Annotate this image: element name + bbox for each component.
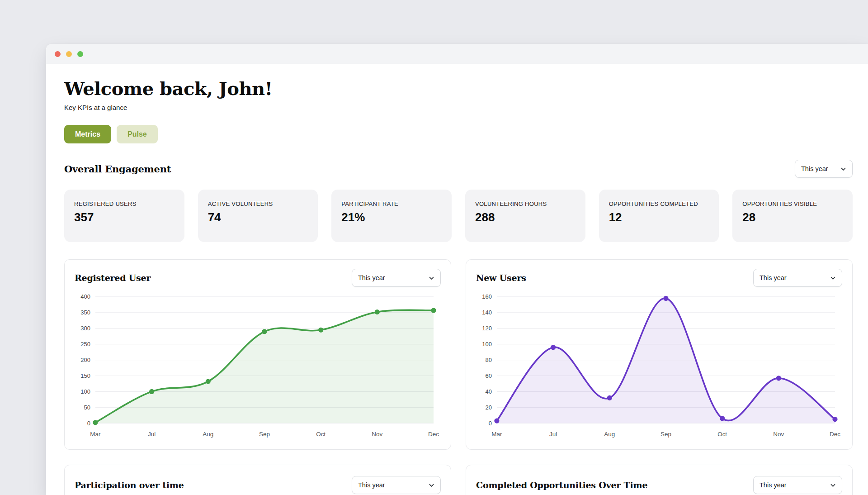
svg-text:150: 150 (80, 372, 90, 379)
kpi-value: 357 (74, 210, 175, 224)
kpi-label: OPPORTUNITIES VISIBLE (742, 200, 843, 207)
kpi-label: VOLUNTEERING HOURS (475, 200, 576, 207)
kpi-card-participant-rate: PARTICIPANT RATE 21% (331, 190, 452, 242)
svg-text:350: 350 (80, 309, 90, 316)
svg-text:400: 400 (80, 293, 90, 300)
svg-text:Jul: Jul (148, 431, 156, 438)
new-users-chart-title: New Users (476, 273, 526, 283)
svg-text:Dec: Dec (830, 431, 840, 438)
svg-text:Mar: Mar (90, 431, 101, 438)
completed-opportunities-card: Completed Opportunities Over Time This y… (466, 465, 853, 495)
traffic-light-minimize-icon[interactable] (66, 51, 72, 57)
kpi-card-opportunities-visible: OPPORTUNITIES VISIBLE 28 (732, 190, 853, 242)
registered-user-chart-card: Registered User This year 05010015020025… (64, 259, 451, 450)
chevron-down-icon (830, 482, 836, 488)
engagement-section-title: Overall Engagement (64, 163, 171, 175)
kpi-card-opportunities-completed: OPPORTUNITIES COMPLETED 12 (599, 190, 719, 242)
svg-text:Oct: Oct (717, 431, 727, 438)
engagement-period-value: This year (801, 165, 828, 172)
svg-text:Jul: Jul (549, 431, 557, 438)
svg-text:50: 50 (84, 404, 90, 411)
svg-text:Nov: Nov (773, 431, 784, 438)
svg-text:0: 0 (87, 420, 90, 427)
svg-text:140: 140 (482, 309, 492, 316)
view-tabs: Metrics Pulse (64, 125, 853, 143)
participation-over-time-title: Participation over time (75, 480, 184, 490)
new-users-period-select[interactable]: This year (753, 269, 842, 287)
kpi-grid: REGISTERED USERS 357 ACTIVE VOLUNTEERS 7… (64, 190, 853, 242)
kpi-label: ACTIVE VOLUNTEERS (208, 200, 308, 207)
kpi-label: REGISTERED USERS (74, 200, 175, 207)
svg-text:80: 80 (486, 357, 492, 363)
page-subtitle: Key KPIs at a glance (64, 104, 853, 111)
svg-text:120: 120 (482, 325, 492, 332)
svg-text:Nov: Nov (372, 431, 382, 438)
completed-opportunities-period-value: This year (760, 481, 787, 489)
tab-pulse[interactable]: Pulse (117, 125, 158, 143)
new-users-chart-card: New Users This year 02040608010012014016… (466, 259, 853, 450)
completed-opportunities-period-select[interactable]: This year (753, 476, 842, 494)
kpi-card-registered-users: REGISTERED USERS 357 (64, 190, 184, 242)
traffic-light-zoom-icon[interactable] (77, 51, 83, 57)
svg-text:40: 40 (486, 388, 492, 395)
chevron-down-icon (429, 275, 434, 281)
kpi-value: 28 (742, 210, 843, 224)
svg-text:Aug: Aug (203, 431, 213, 438)
kpi-label: PARTICIPANT RATE (341, 200, 442, 207)
completed-opportunities-title: Completed Opportunities Over Time (476, 480, 647, 490)
kpi-card-volunteering-hours: VOLUNTEERING HOURS 288 (465, 190, 585, 242)
participation-over-time-card: Participation over time This year (64, 465, 451, 495)
svg-text:Oct: Oct (316, 431, 326, 438)
svg-text:100: 100 (80, 388, 90, 395)
kpi-value: 288 (475, 210, 576, 224)
svg-text:Aug: Aug (604, 431, 615, 438)
registered-user-chart-title: Registered User (75, 273, 151, 283)
kpi-value: 74 (208, 210, 308, 224)
svg-text:100: 100 (482, 341, 492, 347)
kpi-card-active-volunteers: ACTIVE VOLUNTEERS 74 (198, 190, 318, 242)
chevron-down-icon (840, 166, 846, 172)
registered-user-area-chart: 050100150200250300350400MarJulAugSepOctN… (75, 290, 441, 439)
chevron-down-icon (830, 275, 836, 281)
engagement-section-header: Overall Engagement This year (64, 160, 853, 178)
svg-text:60: 60 (486, 372, 492, 379)
window-titlebar (46, 44, 868, 64)
engagement-period-select[interactable]: This year (795, 160, 853, 178)
svg-text:Sep: Sep (259, 431, 270, 438)
svg-text:0: 0 (489, 420, 492, 427)
registered-user-period-select[interactable]: This year (352, 269, 441, 287)
svg-text:250: 250 (80, 341, 90, 347)
new-users-period-value: This year (760, 274, 787, 281)
chevron-down-icon (429, 482, 434, 488)
new-users-area-chart: 020406080100120140160MarJulAugSepOctNovD… (476, 290, 842, 439)
dashboard-content: Welcome back, John! Key KPIs at a glance… (46, 64, 868, 495)
svg-text:200: 200 (80, 357, 90, 363)
participation-period-value: This year (358, 481, 385, 489)
svg-text:160: 160 (482, 293, 492, 300)
participation-period-select[interactable]: This year (352, 476, 441, 494)
traffic-light-close-icon[interactable] (55, 51, 61, 57)
registered-user-period-value: This year (358, 274, 385, 281)
page-title: Welcome back, John! (64, 78, 853, 99)
svg-text:Dec: Dec (428, 431, 439, 438)
kpi-value: 21% (341, 210, 442, 224)
kpi-value: 12 (609, 210, 709, 224)
kpi-label: OPPORTUNITIES COMPLETED (609, 200, 709, 207)
svg-text:300: 300 (80, 325, 90, 332)
charts-row: Registered User This year 05010015020025… (64, 259, 853, 450)
tab-metrics[interactable]: Metrics (64, 125, 111, 143)
svg-text:Mar: Mar (491, 431, 502, 438)
svg-text:Sep: Sep (660, 431, 671, 438)
svg-text:20: 20 (486, 404, 492, 411)
app-window: Welcome back, John! Key KPIs at a glance… (46, 44, 868, 495)
bottom-charts-row: Participation over time This year Comple… (64, 465, 853, 495)
